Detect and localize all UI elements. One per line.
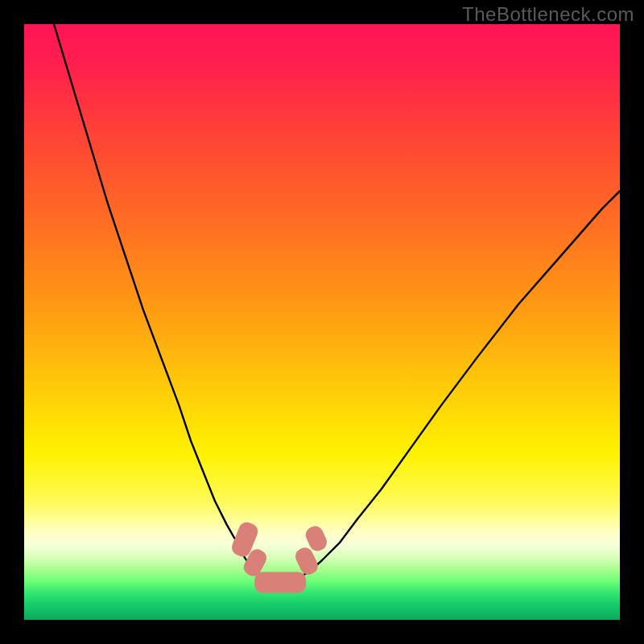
watermark-text: TheBottleneck.com: [462, 3, 634, 26]
plot-area: [24, 24, 620, 620]
chart-frame: TheBottleneck.com: [0, 0, 644, 644]
marker-floor-blob: [254, 572, 306, 592]
marker-layer: [24, 24, 620, 620]
